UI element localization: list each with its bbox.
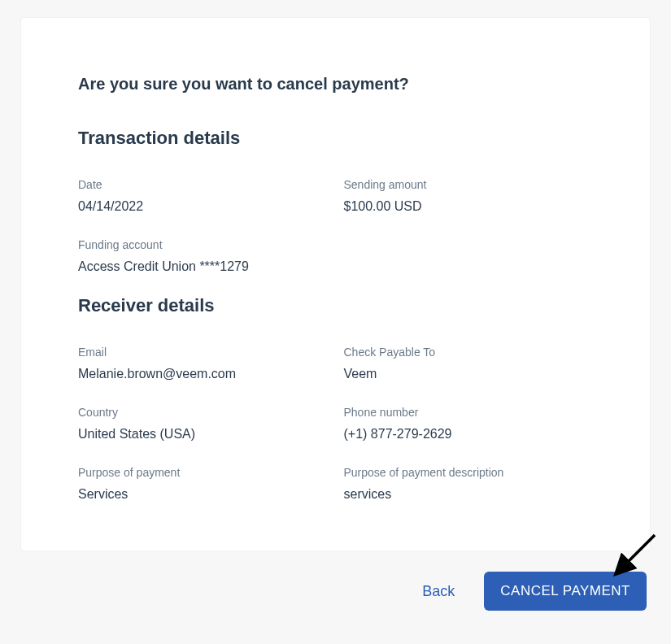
field-date: Date 04/14/2022 <box>78 178 328 214</box>
confirmation-title: Are you sure you want to cancel payment? <box>78 75 593 94</box>
check-payable-value: Veem <box>344 367 594 381</box>
sending-amount-label: Sending amount <box>344 178 594 191</box>
cancel-payment-button[interactable]: CANCEL PAYMENT <box>484 572 647 611</box>
receiver-heading: Receiver details <box>78 295 593 316</box>
field-sending-amount: Sending amount $100.00 USD <box>344 178 594 214</box>
phone-value: (+1) 877-279-2629 <box>344 427 594 442</box>
country-value: United States (USA) <box>78 427 328 442</box>
action-bar: Back CANCEL PAYMENT <box>21 572 650 611</box>
purpose-desc-value: services <box>344 487 594 502</box>
funding-account-value: Access Credit Union ****1279 <box>78 259 328 274</box>
country-label: Country <box>78 406 328 419</box>
purpose-value: Services <box>78 487 328 502</box>
phone-label: Phone number <box>344 406 594 419</box>
email-value: Melanie.brown@veem.com <box>78 367 328 381</box>
funding-account-label: Funding account <box>78 238 328 251</box>
field-phone: Phone number (+1) 877-279-2629 <box>344 406 594 442</box>
transaction-fields: Date 04/14/2022 Sending amount $100.00 U… <box>78 178 593 274</box>
date-label: Date <box>78 178 328 191</box>
date-value: 04/14/2022 <box>78 199 328 214</box>
field-purpose-desc: Purpose of payment description services <box>344 466 594 502</box>
purpose-label: Purpose of payment <box>78 466 328 479</box>
sending-amount-value: $100.00 USD <box>344 199 594 214</box>
purpose-desc-label: Purpose of payment description <box>344 466 594 479</box>
check-payable-label: Check Payable To <box>344 346 594 359</box>
field-purpose: Purpose of payment Services <box>78 466 328 502</box>
field-funding-account: Funding account Access Credit Union ****… <box>78 238 328 274</box>
field-check-payable: Check Payable To Veem <box>344 346 594 381</box>
transaction-heading: Transaction details <box>78 128 593 149</box>
back-button[interactable]: Back <box>422 583 455 600</box>
email-label: Email <box>78 346 328 359</box>
field-email: Email Melanie.brown@veem.com <box>78 346 328 381</box>
confirmation-card: Are you sure you want to cancel payment?… <box>21 18 650 550</box>
receiver-fields: Email Melanie.brown@veem.com Check Payab… <box>78 346 593 502</box>
field-country: Country United States (USA) <box>78 406 328 442</box>
